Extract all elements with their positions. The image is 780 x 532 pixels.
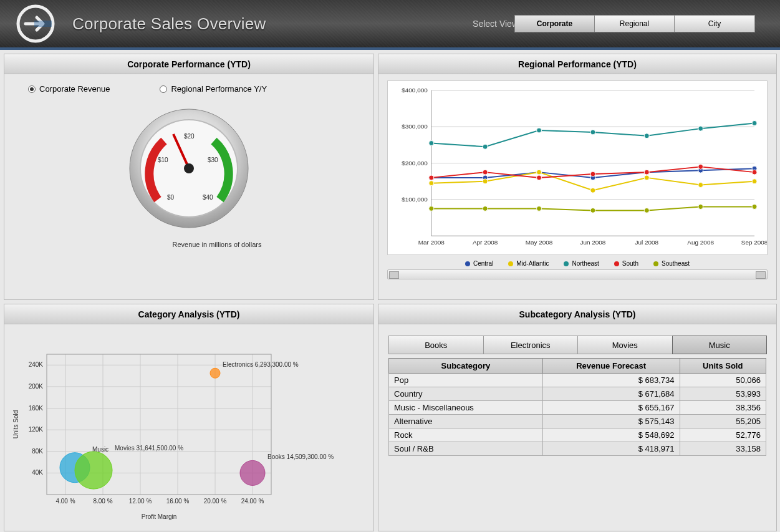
legend-item[interactable]: South — [614, 260, 638, 267]
svg-point-43 — [752, 120, 757, 125]
svg-point-41 — [644, 133, 649, 138]
svg-text:40K: 40K — [32, 469, 43, 476]
legend-dot-icon — [564, 261, 569, 266]
table-row[interactable]: Alternative$ 575,14355,205 — [389, 415, 766, 428]
cell-revenue: $ 683,734 — [542, 374, 680, 387]
panel-title: Category Analysis (YTD) — [4, 304, 373, 324]
table-row[interactable]: Rock$ 548,69252,776 — [389, 428, 766, 442]
cell-subcategory: Country — [389, 387, 543, 401]
cell-subcategory: Soul / R&B — [389, 442, 543, 456]
svg-text:Mar 2008: Mar 2008 — [418, 239, 445, 246]
legend-item[interactable]: Northeast — [564, 260, 599, 267]
view-tabs: Corporate Regional City — [514, 15, 755, 32]
svg-point-39 — [537, 128, 542, 133]
table-row[interactable]: Pop$ 683,73450,066 — [389, 374, 766, 387]
svg-text:Electronics 6,293,300.00 %: Electronics 6,293,300.00 % — [223, 361, 299, 368]
cell-revenue: $ 671,684 — [542, 387, 680, 401]
panel-category-analysis: Category Analysis (YTD) 4.00 %8.00 %12.0… — [4, 304, 374, 531]
legend-label: South — [622, 260, 638, 267]
svg-point-33 — [590, 188, 595, 193]
svg-text:Units Sold: Units Sold — [12, 410, 19, 439]
svg-text:24.00 %: 24.00 % — [241, 498, 264, 505]
svg-point-54 — [590, 208, 595, 213]
svg-point-36 — [752, 179, 757, 184]
svg-text:May 2008: May 2008 — [526, 239, 553, 246]
legend-item[interactable]: Central — [465, 260, 493, 267]
gauge-tick: $0 — [167, 194, 175, 201]
subtab-movies[interactable]: Movies — [577, 336, 673, 354]
line-chart-legend: CentralMid-AtlanticNortheastSouthSouthea… — [382, 255, 773, 269]
svg-text:$100,000: $100,000 — [402, 196, 428, 203]
legend-item[interactable]: Mid-Atlantic — [508, 260, 549, 267]
svg-point-48 — [644, 170, 649, 175]
legend-label: Southeast — [662, 260, 690, 267]
legend-label: Mid-Atlantic — [516, 260, 549, 267]
subcategory-table: SubcategoryRevenue ForecastUnits Sold Po… — [388, 358, 766, 456]
svg-text:16.00 %: 16.00 % — [166, 498, 190, 505]
subcategory-tabs: BooksElectronicsMoviesMusic — [388, 336, 766, 354]
svg-text:80K: 80K — [32, 448, 43, 455]
svg-point-40 — [590, 130, 595, 135]
svg-point-55 — [644, 208, 649, 213]
legend-item[interactable]: Southeast — [653, 260, 690, 267]
select-view-label: Select View — [473, 19, 518, 29]
svg-point-32 — [537, 170, 542, 175]
gauge-tick: $30 — [208, 157, 218, 163]
table-header[interactable]: Revenue Forecast — [542, 359, 680, 374]
svg-point-45 — [483, 170, 488, 175]
svg-text:Profit Margin: Profit Margin — [142, 513, 177, 520]
svg-point-49 — [698, 164, 703, 169]
bubble-chart-svg: 4.00 %8.00 %12.00 %16.00 %20.00 %24.00 %… — [9, 329, 359, 523]
panel-subcategory-analysis: Subcategory Analysis (YTD) BooksElectron… — [378, 304, 777, 531]
view-tab-regional[interactable]: Regional — [595, 16, 675, 32]
table-row[interactable]: Soul / R&B$ 418,97133,158 — [389, 442, 766, 456]
svg-text:Books 14,509,300.00 %: Books 14,509,300.00 % — [267, 453, 334, 460]
svg-point-52 — [483, 206, 488, 211]
svg-text:$300,000: $300,000 — [402, 123, 428, 130]
cell-subcategory: Rock — [389, 428, 543, 442]
subtab-books[interactable]: Books — [388, 336, 484, 354]
svg-point-50 — [752, 170, 757, 175]
panel-corporate-performance: Corporate Performance (YTD) Corporate Re… — [4, 54, 374, 300]
legend-dot-icon — [614, 261, 619, 266]
cell-subcategory: Pop — [389, 374, 543, 387]
view-tab-corporate[interactable]: Corporate — [515, 16, 595, 32]
legend-label: Central — [473, 260, 493, 267]
view-tab-city[interactable]: City — [675, 16, 754, 32]
svg-point-51 — [429, 206, 434, 211]
svg-point-56 — [698, 205, 703, 210]
svg-text:20.00 %: 20.00 % — [204, 498, 227, 505]
svg-text:8.00 %: 8.00 % — [93, 498, 112, 505]
table-header[interactable]: Units Sold — [680, 359, 766, 374]
legend-label: Northeast — [572, 260, 599, 267]
page-title: Corporate Sales Overview — [72, 14, 266, 34]
radio-regional-yoy[interactable]: Regional Performance Y/Y — [160, 84, 267, 94]
table-header[interactable]: Subcategory — [389, 359, 543, 374]
app-header: Corporate Sales Overview Select View Cor… — [0, 0, 780, 50]
line-chart-svg: $100,000$200,000$300,000$400,000Mar 2008… — [388, 81, 767, 254]
cell-units: 50,066 — [680, 374, 766, 387]
radio-label: Regional Performance Y/Y — [171, 84, 267, 94]
line-chart: $100,000$200,000$300,000$400,000Mar 2008… — [387, 80, 768, 255]
table-row[interactable]: Music - Miscellaneous$ 655,16738,356 — [389, 401, 766, 415]
panel-regional-performance: Regional Performance (YTD) $100,000$200,… — [378, 54, 777, 300]
panel-title: Regional Performance (YTD) — [378, 54, 776, 74]
subtab-music[interactable]: Music — [672, 336, 768, 354]
dashboard-grid: Corporate Performance (YTD) Corporate Re… — [0, 50, 780, 532]
svg-point-53 — [537, 206, 542, 211]
svg-point-44 — [429, 175, 434, 180]
table-row[interactable]: Country$ 671,68453,993 — [389, 387, 766, 401]
svg-point-91 — [240, 460, 265, 485]
chart-scrollbar[interactable] — [387, 269, 768, 279]
radio-corporate-revenue[interactable]: Corporate Revenue — [28, 84, 110, 94]
logo — [7, 2, 64, 46]
cell-units: 38,356 — [680, 401, 766, 415]
cell-units: 33,158 — [680, 442, 766, 456]
cell-revenue: $ 655,167 — [542, 401, 680, 415]
panel-body: 4.00 %8.00 %12.00 %16.00 %20.00 %24.00 %… — [4, 324, 373, 531]
svg-point-37 — [429, 141, 434, 146]
radio-label: Corporate Revenue — [39, 84, 110, 94]
subtab-electronics[interactable]: Electronics — [483, 336, 579, 354]
svg-text:Jul 2008: Jul 2008 — [635, 239, 658, 246]
radio-dot-icon — [28, 85, 36, 93]
